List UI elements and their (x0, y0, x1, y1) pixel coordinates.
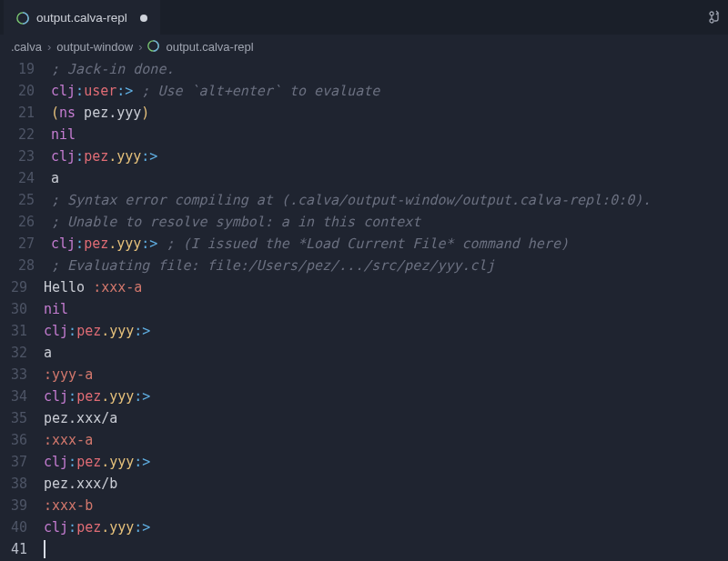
code-line[interactable]: 29Hello :xxx-a (0, 276, 728, 298)
token: :> (141, 233, 157, 255)
line-number: 32 (0, 342, 44, 364)
code-content: ; Unable to resolve symbol: a in this co… (51, 211, 420, 233)
clojure-file-icon (16, 12, 29, 25)
line-number: 35 (0, 407, 44, 429)
tab-title: output.calva-repl (36, 11, 127, 25)
breadcrumb-label: output.calva-repl (166, 40, 253, 54)
line-number: 26 (0, 211, 51, 233)
line-number: 24 (0, 167, 51, 189)
line-number: 22 (0, 124, 51, 145)
token: : (68, 516, 76, 538)
token: .yyy (108, 233, 141, 255)
token: clj (44, 516, 68, 538)
code-line[interactable]: 34clj:pez.yyy:> (0, 386, 728, 407)
svg-point-2 (710, 19, 713, 23)
code-content: ; Evaluating file: file:/Users/pez/.../s… (51, 255, 495, 276)
token: pez (84, 145, 108, 167)
token: a (51, 167, 59, 189)
tab-bar: output.calva-repl (0, 0, 728, 35)
token: pez.xxx/b (44, 473, 117, 495)
token: : (68, 320, 76, 342)
code-line[interactable]: 22nil (0, 124, 728, 145)
token: pez (76, 451, 101, 473)
code-line[interactable]: 32a (0, 342, 728, 364)
code-line[interactable]: 38pez.xxx/b (0, 473, 728, 495)
token: nil (51, 124, 76, 145)
token: pez (76, 516, 101, 538)
token: ; Syntax error compiling at (.calva/outp… (51, 189, 651, 211)
breadcrumbs: .calva›output-window›output.calva-repl (0, 35, 728, 58)
line-number: 37 (0, 451, 44, 473)
token (157, 233, 166, 255)
breadcrumb-item[interactable]: output.calva-repl (147, 40, 253, 54)
code-line[interactable]: 33:yyy-a (0, 364, 728, 386)
token: nil (44, 298, 68, 320)
code-content (44, 538, 46, 556)
token: clj (51, 233, 76, 255)
code-line[interactable]: 23clj:pez.yyy:> (0, 145, 728, 167)
code-line[interactable]: 21(ns pez.yyy) (0, 102, 728, 124)
code-content: (ns pez.yyy) (51, 102, 149, 124)
code-line[interactable]: 24a (0, 167, 728, 189)
code-line[interactable]: 41 (0, 538, 728, 560)
code-content: :xxx-a (44, 429, 93, 451)
token: ; Unable to resolve symbol: a in this co… (51, 211, 420, 233)
line-number: 39 (0, 495, 44, 516)
token: : (76, 233, 84, 255)
code-line[interactable]: 27clj:pez.yyy:> ; (I issued the *Load Cu… (0, 233, 728, 255)
line-number: 25 (0, 189, 51, 211)
line-number: 38 (0, 473, 44, 495)
code-line[interactable]: 30nil (0, 298, 728, 320)
code-line[interactable]: 39:xxx-b (0, 495, 728, 516)
code-line[interactable]: 40clj:pez.yyy:> (0, 516, 728, 538)
line-number: 30 (0, 298, 44, 320)
token: .yyy (101, 516, 134, 538)
token: clj (44, 386, 68, 407)
code-line[interactable]: 26; Unable to resolve symbol: a in this … (0, 211, 728, 233)
line-number: 33 (0, 364, 44, 386)
breadcrumb-item[interactable]: .calva (11, 40, 42, 54)
token: ; Use `alt+enter` to evaluate (141, 80, 379, 102)
tab-output-calva-repl[interactable]: output.calva-repl (4, 0, 160, 35)
token: clj (44, 320, 68, 342)
line-number: 31 (0, 320, 44, 342)
line-number: 23 (0, 145, 51, 167)
line-number: 36 (0, 429, 44, 451)
token: ) (141, 102, 149, 124)
code-content: ; Jack-in done. (51, 58, 174, 80)
token: : (68, 386, 76, 407)
token: :> (134, 386, 150, 407)
token: : (76, 145, 84, 167)
code-line[interactable]: 36:xxx-a (0, 429, 728, 451)
code-content: a (44, 342, 52, 364)
token: :xxx-b (44, 495, 93, 516)
editor-area[interactable]: 19; Jack-in done.20clj:user:> ; Use `alt… (0, 58, 728, 561)
token: ; (I issued the *Load Current File* comm… (166, 233, 569, 255)
token: a (44, 342, 52, 364)
code-line[interactable]: 28; Evaluating file: file:/Users/pez/...… (0, 255, 728, 276)
line-number: 28 (0, 255, 51, 276)
line-number: 41 (0, 538, 44, 560)
code-line[interactable]: 19; Jack-in done. (0, 58, 728, 80)
breadcrumb-label: output-window (56, 40, 133, 54)
token: :yyy-a (44, 364, 93, 386)
code-content: clj:user:> ; Use `alt+enter` to evaluate (51, 80, 379, 102)
code-line[interactable]: 37clj:pez.yyy:> (0, 451, 728, 473)
code-line[interactable]: 20clj:user:> ; Use `alt+enter` to evalua… (0, 80, 728, 102)
token: pez.xxx/a (44, 407, 117, 429)
line-number: 20 (0, 80, 51, 102)
token: pez.yyy (76, 102, 141, 124)
clojure-file-icon (147, 40, 160, 53)
token: ; Jack-in done. (51, 58, 174, 80)
code-line[interactable]: 31clj:pez.yyy:> (0, 320, 728, 342)
token: :> (134, 451, 150, 473)
token: ; Evaluating file: file:/Users/pez/.../s… (51, 255, 495, 276)
token: ( (51, 102, 59, 124)
code-line[interactable]: 35pez.xxx/a (0, 407, 728, 429)
code-line[interactable]: 25; Syntax error compiling at (.calva/ou… (0, 189, 728, 211)
breadcrumb-item[interactable]: output-window (56, 40, 133, 54)
code-content: pez.xxx/a (44, 407, 117, 429)
code-content: a (51, 167, 59, 189)
breadcrumb-label: .calva (11, 40, 42, 54)
compare-changes-icon[interactable] (708, 10, 723, 25)
